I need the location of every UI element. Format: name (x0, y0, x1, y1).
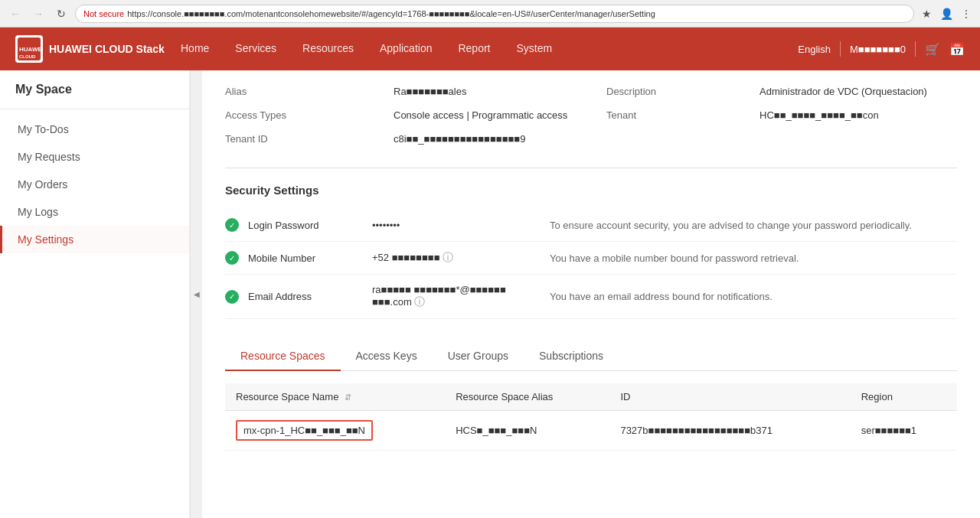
highlighted-name: mx-cpn-1_HC■■_■■■_■■N (236, 420, 373, 441)
password-desc: To ensure account security, you are advi… (550, 220, 957, 231)
col-header-name: Resource Space Name ⇵ (225, 383, 445, 411)
svg-text:CLOUD: CLOUD (19, 54, 36, 59)
browser-bar: ← → ↻ Not secure https://console.■■■■■■■… (0, 0, 980, 28)
tab-user-groups[interactable]: User Groups (433, 342, 524, 371)
email-info-icon[interactable]: ⓘ (414, 295, 425, 308)
url-text: https://console.■■■■■■■■.com/motenantcon… (127, 9, 655, 18)
header-divider-2 (915, 41, 916, 57)
content-area: Alias Ra■■■■■■■ales Description Administ… (202, 70, 980, 518)
tenant-value: HC■■_■■■■_■■■■_■■con (760, 109, 957, 121)
email-ok-icon: ✓ (225, 290, 239, 304)
mobile-field-label: Mobile Number (248, 252, 363, 264)
email-field-label: Email Address (248, 291, 363, 302)
nav-home[interactable]: Home (168, 28, 221, 70)
address-bar[interactable]: Not secure https://console.■■■■■■■■.com/… (75, 5, 914, 23)
cart-icon[interactable]: 🛒 (925, 42, 940, 57)
logo-text: HUAWEI CLOUD Stack (49, 43, 165, 55)
nav-links: Home Services Resources Application Repo… (168, 28, 798, 70)
sidebar-item-my-orders[interactable]: My Orders (0, 171, 189, 198)
security-row-email: ✓ Email Address ra■■■■■ ■■■■■■■*@■■■■■■ … (225, 275, 957, 319)
tenant-label: Tenant (606, 109, 744, 121)
access-types-label: Access Types (225, 109, 378, 121)
app-header: HUAWEI CLOUD HUAWEI CLOUD Stack Home Ser… (0, 28, 980, 70)
description-label: Description (606, 86, 744, 97)
email-desc: You have an email address bound for noti… (550, 291, 957, 302)
alias-label: Alias (225, 86, 378, 97)
sidebar: My Space My To-Dos My Requests My Orders… (0, 70, 190, 518)
language-selector[interactable]: English (798, 44, 831, 55)
nav-report[interactable]: Report (446, 28, 502, 70)
sort-icon-name[interactable]: ⇵ (345, 393, 351, 402)
profile-icon[interactable]: 👤 (939, 6, 954, 21)
col-header-id: ID (609, 383, 850, 411)
forward-button[interactable]: → (29, 5, 47, 23)
resource-spaces-table: Resource Space Name ⇵ Resource Space Ali… (225, 383, 957, 451)
logo-area: HUAWEI CLOUD HUAWEI CLOUD Stack (15, 35, 168, 63)
nav-system[interactable]: System (505, 28, 565, 70)
password-value: •••••••• (372, 220, 541, 231)
tab-access-keys[interactable]: Access Keys (341, 342, 433, 371)
col-header-alias: Resource Space Alias (445, 383, 609, 411)
settings-icon[interactable]: ⋮ (959, 6, 974, 21)
sidebar-item-my-todos[interactable]: My To-Dos (0, 116, 189, 143)
tabs-area: Resource Spaces Access Keys User Groups … (225, 342, 957, 451)
mobile-desc: You have a mobile number bound for passw… (550, 252, 957, 264)
tab-subscriptions[interactable]: Subscriptions (524, 342, 619, 371)
calendar-icon[interactable]: 📅 (949, 42, 965, 57)
main-layout: My Space My To-Dos My Requests My Orders… (0, 70, 980, 518)
mobile-value: +52 ■■■■■■■■ ⓘ (372, 251, 541, 265)
nav-services[interactable]: Services (223, 28, 289, 70)
cell-region: ser■■■■■■1 (851, 411, 957, 451)
sidebar-item-my-logs[interactable]: My Logs (0, 198, 189, 226)
sidebar-nav: My To-Dos My Requests My Orders My Logs … (0, 109, 189, 518)
mobile-info-icon[interactable]: ⓘ (443, 251, 453, 263)
reload-button[interactable]: ↻ (52, 5, 70, 23)
sidebar-item-my-requests[interactable]: My Requests (0, 143, 189, 171)
info-grid: Alias Ra■■■■■■■ales Description Administ… (225, 86, 957, 145)
cell-alias: HCS■_■■■_■■■N (445, 411, 609, 451)
password-ok-icon: ✓ (225, 218, 239, 232)
description-value: Administrador de VDC (Orquestacion) (760, 86, 957, 97)
tenant-id-value: c8i■■_■■■■■■■■■■■■■■■■9 (394, 133, 591, 145)
svg-text:HUAWEI: HUAWEI (19, 46, 41, 53)
email-value: ra■■■■■ ■■■■■■■*@■■■■■■ ■■■.com ⓘ (372, 284, 541, 309)
mobile-ok-icon: ✓ (225, 251, 239, 265)
nav-resources[interactable]: Resources (290, 28, 366, 70)
tab-list: Resource Spaces Access Keys User Groups … (225, 342, 957, 371)
tab-resource-spaces[interactable]: Resource Spaces (225, 342, 341, 371)
cell-name: mx-cpn-1_HC■■_■■■_■■N (225, 411, 445, 451)
sidebar-item-my-settings[interactable]: My Settings (0, 226, 189, 253)
table-header-row: Resource Space Name ⇵ Resource Space Ali… (225, 383, 957, 411)
security-row-password: ✓ Login Password •••••••• To ensure acco… (225, 209, 957, 242)
header-divider-1 (840, 41, 841, 57)
col-header-region: Region (851, 383, 957, 411)
security-section-title: Security Settings (225, 184, 957, 197)
back-button[interactable]: ← (6, 5, 24, 23)
password-field-label: Login Password (248, 220, 363, 231)
alias-value: Ra■■■■■■■ales (394, 86, 591, 97)
table-row: mx-cpn-1_HC■■_■■■_■■N HCS■_■■■_■■■N 7327… (225, 411, 957, 451)
security-row-mobile: ✓ Mobile Number +52 ■■■■■■■■ ⓘ You have … (225, 242, 957, 275)
nav-application[interactable]: Application (368, 28, 445, 70)
sidebar-collapse-button[interactable]: ◀ (190, 70, 202, 518)
not-secure-label: Not secure (83, 9, 124, 18)
sidebar-title: My Space (0, 70, 189, 109)
access-types-value: Console access | Programmatic access (394, 109, 591, 121)
bookmark-icon[interactable]: ★ (919, 6, 934, 21)
tenant-id-label: Tenant ID (225, 133, 378, 145)
user-menu[interactable]: M■■■■■■■0 (850, 44, 906, 55)
cell-id: 7327b■■■■■■■■■■■■■■■■■b371 (609, 411, 850, 451)
header-right: English M■■■■■■■0 🛒 📅 (798, 41, 965, 57)
logo-icon: HUAWEI CLOUD (15, 35, 43, 63)
